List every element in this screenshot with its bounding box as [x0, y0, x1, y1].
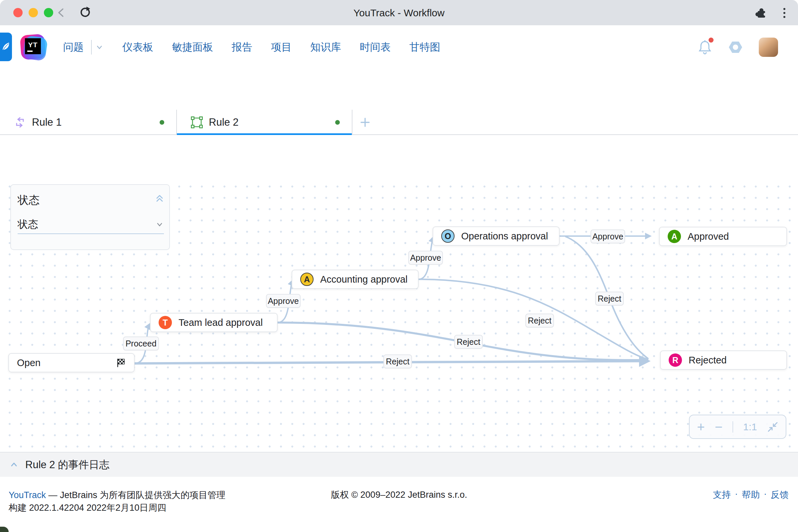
node-label: Approved [688, 231, 729, 242]
checkered-flag-icon [115, 358, 126, 368]
state-field-panel: 状态 状态 [10, 184, 170, 250]
extensions-puzzle-icon[interactable] [754, 6, 768, 20]
nav-item-reports[interactable]: 报告 [232, 40, 252, 54]
footer-copyright: 版权 © 2009–2022 JetBrains s.r.o. [0, 489, 798, 501]
link-separator: · [735, 489, 738, 501]
nav-item-timesheets[interactable]: 时间表 [360, 40, 391, 54]
support-link[interactable]: 支持 [713, 489, 731, 501]
state-badge: T [158, 316, 172, 329]
edge-label-reject[interactable]: Reject [454, 335, 483, 349]
state-field-select[interactable]: 状态 [18, 215, 164, 234]
state-badge: R [669, 354, 682, 367]
edge-label-reject[interactable]: Reject [383, 355, 412, 368]
feedback-link[interactable]: 反馈 [771, 489, 789, 501]
workflow-canvas[interactable]: 状态 状态 Proceed Approve Approve Approve Re… [0, 176, 798, 453]
app-window: YouTrack - Workflow YT 问题 [0, 0, 798, 532]
workflow-header: Payments approval Payment 保存 打开 [0, 69, 798, 110]
tab-rule-2[interactable]: Rule 2 [177, 110, 353, 135]
nav-item-gantt-charts[interactable]: 甘特图 [409, 40, 440, 54]
edge-label-proceed[interactable]: Proceed [123, 337, 159, 350]
state-panel-title: 状态 [18, 193, 40, 208]
state-node-approved[interactable]: A Approved [659, 227, 787, 246]
event-log-row[interactable]: Rule 2 的事件日志 [0, 453, 798, 477]
rule-header: Rule 2 有效 [0, 135, 798, 176]
state-node-operations-approval[interactable]: O Operations approval [433, 226, 559, 246]
node-label: Accounting approval [320, 274, 407, 285]
browser-titlebar: YouTrack - Workflow [0, 0, 798, 25]
tab-label: Rule 1 [32, 116, 62, 128]
canvas-zoom-toolbar: + − 1:1 [689, 415, 786, 439]
state-node-open[interactable]: Open [8, 353, 135, 373]
nav-item-agile-boards[interactable]: 敏捷面板 [172, 40, 213, 54]
tab-label: Rule 2 [209, 116, 239, 128]
plus-icon [359, 116, 371, 128]
main-navbar: YT 问题 仪表板 敏捷面板 报告 项目 知识库 时间表 甘特图 [0, 25, 798, 69]
rule-status-dot [335, 120, 340, 125]
link-separator: · [764, 489, 767, 501]
state-field-select-value: 状态 [18, 217, 38, 231]
state-node-accounting-approval[interactable]: A Accounting approval [291, 270, 419, 289]
settings-hexagon-icon[interactable] [728, 40, 743, 54]
node-label: Operations approval [461, 231, 548, 242]
edge-label-approve[interactable]: Approve [408, 251, 443, 265]
help-link[interactable]: 帮助 [742, 489, 760, 501]
edge-label-approve[interactable]: Approve [590, 229, 625, 243]
node-label: Open [17, 358, 41, 368]
state-node-team-lead-approval[interactable]: T Team lead approval [150, 313, 278, 332]
browser-menu-icon[interactable] [782, 7, 787, 19]
state-badge: A [300, 273, 314, 286]
page-footer: YouTrack — JetBrains 为所有团队提供强大的项目管理 构建 2… [0, 477, 798, 532]
browser-tab-title: YouTrack - Workflow [0, 7, 798, 19]
state-machine-rule-icon [191, 116, 203, 128]
nav-item-projects[interactable]: 项目 [271, 40, 291, 54]
edge-label-reject[interactable]: Reject [595, 291, 624, 306]
feather-icon[interactable] [0, 33, 12, 61]
add-rule-button[interactable] [353, 110, 378, 135]
toolbar-divider [733, 421, 733, 433]
chevron-down-icon [155, 220, 164, 229]
youtrack-logo[interactable]: YT [21, 35, 45, 59]
nav-divider [91, 40, 92, 55]
collapse-panel-icon[interactable] [155, 193, 165, 204]
zoom-out-button[interactable]: − [715, 420, 723, 434]
nav-item-knowledge-base[interactable]: 知识库 [310, 40, 341, 54]
event-log-title: Rule 2 的事件日志 [25, 458, 109, 472]
rule-tabs: Rule 1 Rule 2 [0, 110, 798, 135]
transition-rule-icon [14, 116, 26, 128]
user-avatar[interactable] [759, 38, 778, 57]
state-node-rejected[interactable]: R Rejected [660, 350, 787, 370]
zoom-level[interactable]: 1:1 [743, 421, 757, 433]
state-badge: A [668, 230, 681, 243]
state-badge: O [441, 229, 455, 243]
rule-status-dot [159, 120, 164, 125]
tab-rule-1[interactable]: Rule 1 [0, 110, 177, 135]
node-label: Team lead approval [178, 317, 263, 328]
chevron-down-icon[interactable] [95, 43, 104, 52]
notification-badge [708, 38, 714, 42]
chevron-up-icon [9, 460, 19, 470]
footer-build-info: 构建 2022.1.42204 2022年2月10日周四 [8, 501, 225, 514]
nav-item-label: 问题 [63, 40, 84, 54]
zoom-in-button[interactable]: + [697, 420, 705, 434]
notifications-bell-icon[interactable] [698, 40, 712, 55]
node-label: Rejected [689, 355, 726, 366]
fit-to-screen-icon[interactable] [767, 421, 778, 433]
edge-label-reject[interactable]: Reject [525, 314, 554, 327]
nav-item-dashboards[interactable]: 仪表板 [122, 40, 153, 54]
nav-item-issues[interactable]: 问题 [63, 40, 104, 55]
edge-label-approve[interactable]: Approve [266, 294, 301, 308]
